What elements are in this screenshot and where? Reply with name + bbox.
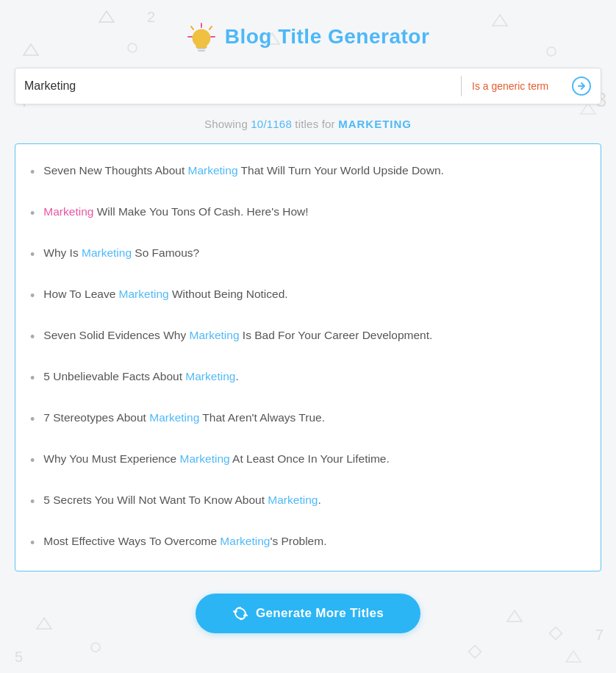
title-text: Seven New Thoughts About Marketing That … xyxy=(43,162,444,179)
list-item: • Why Is Marketing So Famous? xyxy=(30,234,579,275)
count-number: 10/1168 xyxy=(251,118,292,130)
list-item: • 7 Stereotypes About Marketing That Are… xyxy=(30,399,579,440)
showing-prefix: Showing xyxy=(204,118,251,130)
title-text: 5 Unbelievable Facts About Marketing. xyxy=(43,368,238,385)
title-text: Marketing Will Make You Tons Of Cash. He… xyxy=(43,203,308,220)
bullet-icon: • xyxy=(30,368,35,388)
list-item: • Seven New Thoughts About Marketing Tha… xyxy=(30,152,579,193)
bullet-icon: • xyxy=(30,204,35,224)
submit-button[interactable] xyxy=(571,76,592,96)
title-text: Why You Must Experience Marketing At Lea… xyxy=(43,450,389,467)
svg-rect-25 xyxy=(197,48,206,49)
page-header: Blog Title Generator xyxy=(15,15,601,51)
list-item: • Most Effective Ways To Overcome Market… xyxy=(30,522,579,563)
title-text: Seven Solid Evidences Why Marketing Is B… xyxy=(43,327,432,343)
titles-for-text: titles for xyxy=(292,118,338,130)
keyword-display: MARKETING xyxy=(338,118,412,130)
search-bar: Is a generic term Is a proper noun Is an… xyxy=(15,68,601,104)
generate-btn-label: Generate More Titles xyxy=(256,606,384,621)
title-text: 7 Stereotypes About Marketing That Aren'… xyxy=(43,409,325,426)
bullet-icon: • xyxy=(30,410,35,430)
arrow-right-icon xyxy=(571,76,592,96)
svg-line-21 xyxy=(209,26,212,29)
svg-line-23 xyxy=(191,26,193,29)
bullet-icon: • xyxy=(30,533,35,553)
titles-list: • Seven New Thoughts About Marketing Tha… xyxy=(15,143,601,571)
search-input[interactable] xyxy=(24,79,451,93)
bullet-icon: • xyxy=(30,492,35,512)
svg-rect-26 xyxy=(198,50,205,51)
page-title: Blog Title Generator xyxy=(225,25,430,49)
term-type-select[interactable]: Is a generic term Is a proper noun Is an… xyxy=(472,80,561,92)
generate-btn-wrapper: Generate More Titles xyxy=(15,594,601,633)
results-count: Showing 10/1168 titles for MARKETING xyxy=(15,118,601,130)
title-text: Why Is Marketing So Famous? xyxy=(43,244,199,261)
refresh-icon xyxy=(232,605,248,622)
list-item: • 5 Secrets You Will Not Want To Know Ab… xyxy=(30,481,579,522)
bullet-icon: • xyxy=(30,451,35,471)
search-divider xyxy=(461,76,462,96)
bulb-icon xyxy=(187,22,216,51)
title-text: 5 Secrets You Will Not Want To Know Abou… xyxy=(43,491,320,508)
list-item: • Marketing Will Make You Tons Of Cash. … xyxy=(30,193,579,234)
title-text: How To Leave Marketing Without Being Not… xyxy=(43,285,287,302)
list-item: • Seven Solid Evidences Why Marketing Is… xyxy=(30,316,579,357)
list-item: • 5 Unbelievable Facts About Marketing. xyxy=(30,357,579,399)
bullet-icon: • xyxy=(30,286,35,306)
bullet-icon: • xyxy=(30,163,35,182)
generate-more-button[interactable]: Generate More Titles xyxy=(196,594,420,633)
list-item: • Why You Must Experience Marketing At L… xyxy=(30,440,579,481)
bullet-icon: • xyxy=(30,245,35,265)
bullet-icon: • xyxy=(30,327,35,347)
title-text: Most Effective Ways To Overcome Marketin… xyxy=(43,533,326,549)
dropdown-container: Is a generic term Is a proper noun Is an… xyxy=(472,80,561,92)
list-item: • How To Leave Marketing Without Being N… xyxy=(30,275,579,316)
